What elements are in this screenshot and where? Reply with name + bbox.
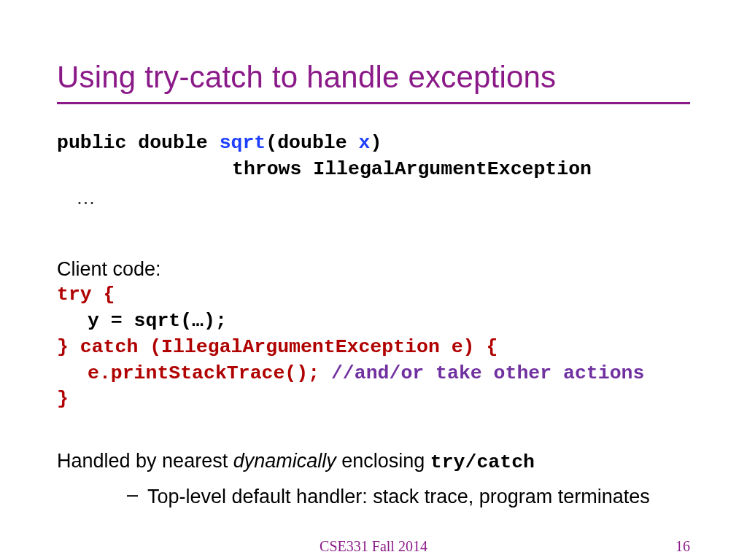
code-comment: //and/or take other actions: [320, 362, 644, 384]
sig-paren: (double: [266, 132, 358, 154]
note-mono: try/catch: [430, 451, 535, 473]
code-body: e.printStackTrace(); //and/or take other…: [57, 361, 690, 387]
spacer: [57, 211, 690, 256]
spacer: [57, 413, 690, 448]
slide: Using try-catch to handle exceptions pub…: [0, 0, 747, 560]
note-ital: dynamically: [233, 450, 336, 472]
ellipsis: …: [57, 184, 96, 211]
code-print: e.printStackTrace();: [88, 362, 320, 384]
method-signature: public double sqrt(double x): [57, 131, 690, 157]
bullet-dash: –: [127, 483, 147, 506]
handled-note: Handled by nearest dynamically enclosing…: [57, 448, 690, 476]
bullet-text: Top-level default handler: stack trace, …: [147, 483, 650, 510]
sig-method: sqrt: [220, 132, 266, 154]
code-try: try {: [57, 282, 690, 308]
note-pre: Handled by nearest: [57, 450, 233, 472]
throws-clause: throws IllegalArgumentException: [57, 157, 690, 183]
code-end: }: [57, 386, 690, 413]
sig-keyword: public double: [57, 132, 220, 154]
client-code-label: Client code:: [57, 256, 690, 282]
note-mid: enclosing: [336, 450, 430, 472]
sig-param: x: [359, 132, 371, 154]
footer-page: 16: [676, 538, 690, 555]
code-call: y = sqrt(…);: [57, 308, 690, 335]
bullet: – Top-level default handler: stack trace…: [57, 483, 690, 510]
footer-course: CSE331 Fall 2014: [320, 538, 427, 555]
slide-title: Using try-catch to handle exceptions: [57, 60, 690, 104]
sig-close: ): [370, 132, 382, 154]
code-catch: } catch (IllegalArgumentException e) {: [57, 335, 690, 361]
